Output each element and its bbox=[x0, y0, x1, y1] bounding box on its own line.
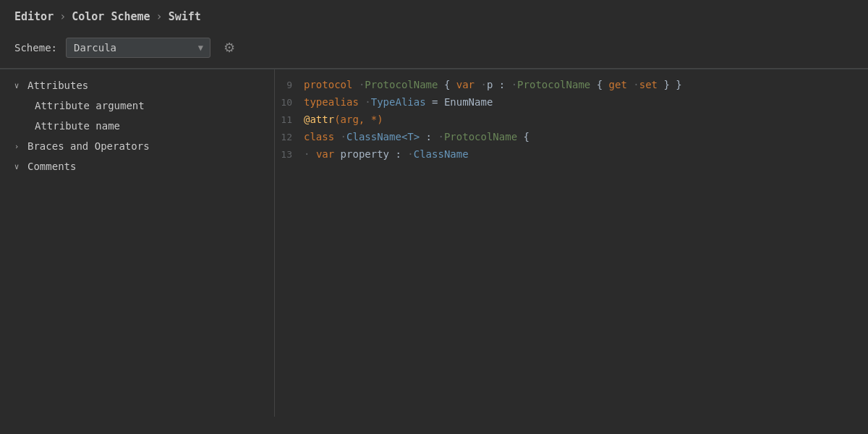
syntax-token: get bbox=[609, 79, 627, 90]
line-content: class ·ClassName<T> : ·ProtocolName { bbox=[301, 129, 529, 146]
gear-button[interactable]: ⚙ bbox=[219, 38, 239, 57]
line-number: 13 bbox=[275, 147, 301, 163]
syntax-token: · bbox=[341, 131, 346, 142]
code-line: 10typealias ·TypeAlias = EnumName bbox=[275, 94, 868, 111]
line-content: protocol ·ProtocolName { var ·p : ·Proto… bbox=[301, 77, 682, 94]
line-content: @attr(arg, *) bbox=[301, 111, 383, 129]
syntax-token bbox=[475, 79, 480, 90]
code-line: 9protocol ·ProtocolName { var ·p : ·Prot… bbox=[275, 77, 868, 94]
line-number: 10 bbox=[275, 95, 301, 111]
syntax-token: : bbox=[493, 79, 505, 90]
syntax-token: var bbox=[316, 148, 334, 160]
syntax-token: ProtocolName bbox=[517, 79, 590, 90]
syntax-token: · bbox=[438, 131, 443, 142]
syntax-token: = bbox=[426, 96, 444, 108]
scheme-row: Scheme: Darcula IntelliJ Light High Cont… bbox=[0, 30, 868, 69]
chevron-down-icon: ∨ bbox=[12, 81, 22, 90]
syntax-token: : bbox=[420, 131, 432, 142]
syntax-token: <T> bbox=[401, 131, 420, 142]
breadcrumb-sep-2: › bbox=[156, 10, 163, 23]
tree-label-attributes: Attributes bbox=[27, 80, 88, 91]
syntax-token: EnumName bbox=[444, 96, 493, 108]
syntax-token bbox=[334, 131, 340, 142]
syntax-token: property : bbox=[334, 148, 401, 160]
chevron-down-icon: ∨ bbox=[12, 162, 22, 171]
code-preview-panel: 9protocol ·ProtocolName { var ·p : ·Prot… bbox=[275, 69, 868, 417]
breadcrumb-swift[interactable]: Swift bbox=[169, 10, 201, 23]
breadcrumb-color-scheme[interactable]: Color Scheme bbox=[72, 10, 150, 23]
line-number: 9 bbox=[275, 77, 301, 93]
chevron-right-icon: › bbox=[12, 142, 22, 151]
syntax-token: ClassName bbox=[346, 131, 401, 142]
syntax-token: { bbox=[438, 79, 456, 90]
tree-label-braces-operators: Braces and Operators bbox=[27, 140, 150, 152]
syntax-token bbox=[352, 79, 358, 90]
line-content: · var property : ·ClassName bbox=[301, 146, 469, 163]
syntax-token bbox=[310, 148, 315, 160]
breadcrumb-editor[interactable]: Editor bbox=[14, 10, 54, 23]
syntax-token: ProtocolName bbox=[365, 79, 438, 90]
syntax-token: TypeAlias bbox=[371, 96, 426, 108]
syntax-token: set bbox=[639, 79, 658, 90]
tree-label-attribute-name: Attribute name bbox=[35, 120, 120, 132]
tree-item-attributes[interactable]: ∨ Attributes bbox=[0, 75, 274, 95]
syntax-token: · bbox=[481, 79, 487, 90]
tree-item-attribute-argument[interactable]: Attribute argument bbox=[0, 95, 274, 116]
tree-item-braces-operators[interactable]: › Braces and Operators bbox=[0, 136, 274, 156]
syntax-token: · bbox=[511, 79, 517, 90]
code-block: 9protocol ·ProtocolName { var ·p : ·Prot… bbox=[275, 69, 868, 171]
tree-item-comments[interactable]: ∨ Comments bbox=[0, 156, 274, 176]
code-line: 12class ·ClassName<T> : ·ProtocolName { bbox=[275, 129, 868, 146]
syntax-token: ClassName bbox=[414, 148, 469, 160]
syntax-token: } } bbox=[658, 79, 682, 90]
code-line: 13 · var property : ·ClassName bbox=[275, 146, 868, 163]
code-line: 11@attr(arg, *) bbox=[275, 111, 868, 129]
main-area: ∨ Attributes Attribute argument Attribut… bbox=[0, 69, 868, 417]
scheme-select[interactable]: Darcula IntelliJ Light High Contrast Mon… bbox=[66, 38, 210, 58]
syntax-token: @attr bbox=[304, 114, 334, 125]
syntax-token: (arg, *) bbox=[334, 114, 383, 125]
tree-label-attribute-argument: Attribute argument bbox=[35, 100, 145, 111]
syntax-token: · bbox=[407, 148, 413, 160]
line-content: typealias ·TypeAlias = EnumName bbox=[301, 94, 493, 111]
tree-panel: ∨ Attributes Attribute argument Attribut… bbox=[0, 69, 275, 417]
syntax-token: class bbox=[304, 131, 334, 142]
syntax-token bbox=[505, 79, 511, 90]
syntax-token: var bbox=[456, 79, 475, 90]
syntax-token: protocol bbox=[304, 79, 352, 90]
scheme-label: Scheme: bbox=[14, 42, 57, 54]
syntax-token: { bbox=[517, 131, 529, 142]
syntax-token: ProtocolName bbox=[444, 131, 517, 142]
tree-item-attribute-name[interactable]: Attribute name bbox=[0, 116, 274, 136]
line-number: 12 bbox=[275, 129, 301, 145]
line-number: 11 bbox=[275, 112, 301, 128]
syntax-token: · bbox=[633, 79, 639, 90]
breadcrumb: Editor › Color Scheme › Swift bbox=[0, 0, 868, 30]
syntax-token: typealias bbox=[304, 96, 359, 108]
syntax-token: · bbox=[365, 96, 370, 108]
scheme-select-wrapper[interactable]: Darcula IntelliJ Light High Contrast Mon… bbox=[66, 38, 210, 58]
tree-label-comments: Comments bbox=[27, 161, 76, 172]
syntax-token: { bbox=[590, 79, 608, 90]
breadcrumb-sep-1: › bbox=[59, 10, 66, 23]
